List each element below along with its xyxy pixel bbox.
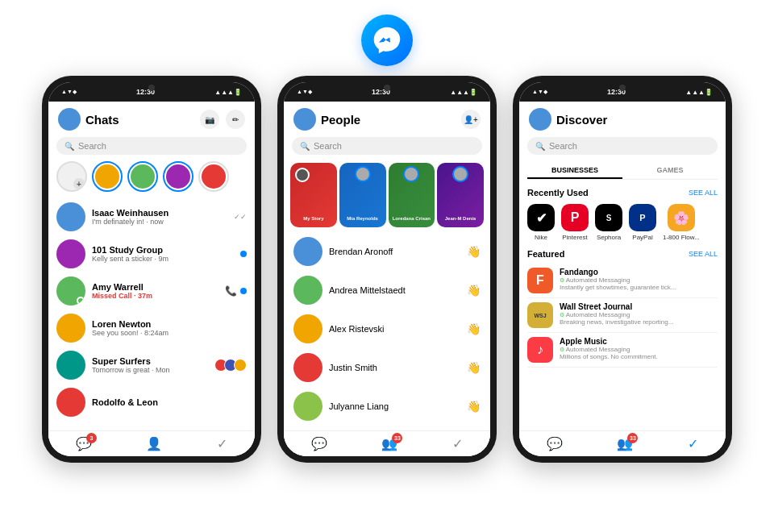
chats-search-bar[interactable]: 🔍 Search bbox=[56, 137, 247, 155]
people-avatar-andrea bbox=[293, 276, 322, 305]
active-nav-icon: ✓ bbox=[217, 436, 227, 451]
people-avatar-brendan bbox=[293, 237, 322, 266]
people-item-alex[interactable]: Alex Ristevski 👋 bbox=[284, 310, 490, 348]
chat-item-surfers[interactable]: Super Surfers Tomorrow is great · Mon bbox=[48, 347, 255, 384]
people-nav-active[interactable]: ✓ bbox=[452, 436, 463, 451]
discover-title: Discover bbox=[556, 113, 716, 127]
discover-nav-chats[interactable]: 💬 bbox=[547, 436, 563, 451]
people-nav-people[interactable]: 👥 33 bbox=[381, 436, 397, 451]
featured-section: Featured SEE ALL F Fandango ⚙ Automated … bbox=[519, 244, 726, 369]
story-label-mystory: My Story bbox=[290, 209, 337, 223]
status-bar-discover: ▲▼◆ 12:30 ▲▲▲🔋 bbox=[519, 82, 726, 102]
people-name-andrea: Andrea Mittelstaedt bbox=[329, 285, 460, 295]
brand-name-pinterest: Pinterest bbox=[562, 234, 588, 241]
story-item-3[interactable] bbox=[163, 161, 194, 192]
chat-preview-surfers: Tomorrow is great · Mon bbox=[92, 366, 208, 374]
chats-nav-people[interactable]: 👤 bbox=[146, 436, 162, 451]
tab-businesses[interactable]: BUSINESSES bbox=[527, 163, 622, 179]
story-my-story[interactable]: My Story bbox=[290, 163, 337, 227]
people-user-avatar[interactable] bbox=[293, 108, 316, 131]
discover-search-bar[interactable]: 🔍 Search bbox=[527, 137, 718, 155]
nav-badge-discover-people: 33 bbox=[627, 433, 638, 443]
recently-used-title: Recently Used bbox=[527, 188, 589, 197]
people-nav-active-icon: ✓ bbox=[452, 436, 463, 451]
people-avatar-justin bbox=[293, 353, 322, 382]
featured-desc-wsj: Breaking news, investigative reporting..… bbox=[560, 318, 718, 326]
add-friend-icon[interactable]: 👤+ bbox=[461, 110, 481, 129]
people-screen: People 👤+ 🔍 Search My Story bbox=[284, 102, 490, 456]
story-loredana[interactable]: Loredana Crisan bbox=[389, 163, 435, 227]
featured-wsj[interactable]: WSJ Wall Street Journal ⚙ Automated Mess… bbox=[527, 298, 718, 333]
chat-item-loren[interactable]: Loren Newton See you soon! · 8:24am bbox=[48, 310, 255, 347]
unread-dot-studygroup bbox=[240, 251, 247, 257]
story-item-2[interactable] bbox=[127, 161, 158, 192]
people-bottom-nav: 💬 👥 33 ✓ bbox=[284, 430, 490, 456]
people-name-julyanne: Julyanne Liang bbox=[329, 401, 460, 411]
people-item-andrea[interactable]: Andrea Mittelstaedt 👋 bbox=[284, 271, 490, 310]
featured-see-all[interactable]: SEE ALL bbox=[689, 250, 718, 258]
story-mia[interactable]: Mia Reynolds bbox=[339, 163, 386, 227]
status-bar-chats: ▲▼◆ 12:30 ▲▲▲🔋 bbox=[48, 82, 255, 102]
wave-icon-julyanne[interactable]: 👋 bbox=[467, 400, 481, 413]
wave-icon-brendan[interactable]: 👋 bbox=[467, 245, 481, 258]
featured-header: Featured SEE ALL bbox=[527, 249, 718, 259]
story-label-jean: Jean-M Denis bbox=[437, 209, 484, 223]
people-phone: ▲▼◆ 12:30 ▲▲▲🔋 People 👤+ 🔍 Search bbox=[277, 76, 497, 463]
chat-name-amy: Amy Warrell bbox=[92, 282, 218, 292]
discover-nav-people[interactable]: 👥 33 bbox=[617, 436, 633, 451]
online-dot-amy bbox=[77, 297, 85, 305]
chats-nav-active[interactable]: ✓ bbox=[217, 436, 227, 451]
chats-bottom-nav: 💬 3 👤 ✓ bbox=[48, 430, 255, 456]
wave-icon-andrea[interactable]: 👋 bbox=[467, 284, 481, 297]
chat-preview-isaac: I'm definately in! · now bbox=[92, 218, 227, 226]
recently-used-see-all[interactable]: SEE ALL bbox=[689, 189, 718, 197]
featured-tag-fandango: ⚙ Automated Messaging bbox=[560, 276, 718, 284]
recently-used-header: Recently Used SEE ALL bbox=[527, 188, 718, 197]
story-jean[interactable]: Jean-M Denis bbox=[437, 163, 484, 227]
story-item-1[interactable] bbox=[92, 161, 123, 192]
chats-stories-row: + bbox=[48, 160, 255, 198]
discover-user-avatar[interactable] bbox=[529, 108, 551, 131]
chat-item-rodolfo[interactable]: Rodolfo & Leon bbox=[48, 384, 255, 421]
messenger-logo bbox=[361, 15, 413, 66]
featured-apple-music[interactable]: ♪ Apple Music ⚙ Automated Messaging Mill… bbox=[527, 333, 718, 368]
chat-name-loren: Loren Newton bbox=[92, 319, 247, 329]
brand-sephora[interactable]: S Sephora bbox=[595, 204, 622, 241]
chat-item-isaac[interactable]: Isaac Weinhausen I'm definately in! · no… bbox=[48, 198, 255, 235]
header bbox=[0, 0, 774, 76]
read-check-isaac: ✓✓ bbox=[234, 213, 247, 221]
search-icon-people: 🔍 bbox=[300, 142, 310, 151]
discover-search-label: Search bbox=[549, 141, 577, 151]
chats-user-avatar[interactable] bbox=[58, 108, 81, 131]
brand-paypal[interactable]: P PayPal bbox=[629, 204, 656, 241]
discover-nav-active[interactable]: ✓ bbox=[688, 436, 698, 451]
tab-games[interactable]: GAMES bbox=[622, 163, 718, 179]
recently-used-section: Recently Used SEE ALL ✔ Nike P Pinterest bbox=[519, 183, 726, 244]
brand-nike[interactable]: ✔ Nike bbox=[527, 204, 555, 241]
discover-phone: ▲▼◆ 12:30 ▲▲▲🔋 Discover 🔍 Search bbox=[513, 76, 732, 463]
featured-logo-fandango: F bbox=[527, 268, 553, 293]
people-avatar-alex bbox=[293, 314, 322, 343]
featured-name-wsj: Wall Street Journal bbox=[560, 302, 718, 311]
unread-dot-amy bbox=[240, 288, 247, 294]
chats-nav-chats[interactable]: 💬 3 bbox=[76, 436, 92, 451]
story-item-4[interactable] bbox=[198, 161, 229, 192]
wave-icon-justin[interactable]: 👋 bbox=[467, 361, 481, 374]
wave-icon-alex[interactable]: 👋 bbox=[467, 322, 481, 335]
chat-item-studygroup[interactable]: 101 Study Group Kelly sent a sticker · 9… bbox=[48, 235, 255, 272]
story-add-item[interactable]: + bbox=[56, 161, 87, 192]
people-item-brendan[interactable]: Brendan Aronoff 👋 bbox=[284, 232, 490, 271]
people-search-bar[interactable]: 🔍 Search bbox=[292, 137, 482, 155]
camera-icon[interactable]: 📷 bbox=[200, 110, 219, 129]
brand-pinterest[interactable]: P Pinterest bbox=[561, 204, 589, 241]
discover-nav-chats-icon: 💬 bbox=[547, 436, 563, 451]
chat-item-amy[interactable]: Amy Warrell Missed Call · 37m 📞 bbox=[48, 272, 255, 310]
people-item-justin[interactable]: Justin Smith 👋 bbox=[284, 348, 490, 387]
chat-name-rodolfo: Rodolfo & Leon bbox=[92, 397, 247, 407]
brand-flow[interactable]: 🌸 1-800 Flow... bbox=[663, 204, 700, 241]
people-search-label: Search bbox=[314, 141, 342, 151]
people-nav-chats[interactable]: 💬 bbox=[311, 436, 327, 451]
featured-fandango[interactable]: F Fandango ⚙ Automated Messaging Instant… bbox=[527, 264, 718, 298]
people-item-julyanne[interactable]: Julyanne Liang 👋 bbox=[284, 387, 490, 426]
edit-icon[interactable]: ✏ bbox=[226, 110, 245, 129]
